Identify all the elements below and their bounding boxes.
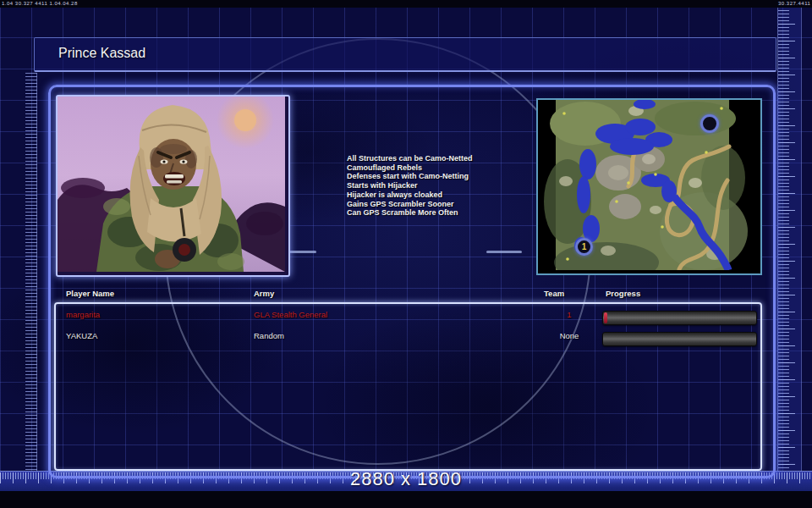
general-portrait-image bbox=[58, 97, 285, 272]
ruler-left bbox=[25, 73, 37, 474]
top-bar: 1.04 30.327 4411 1.04.04.28 30.327.4411 bbox=[0, 0, 812, 8]
minimap-image bbox=[538, 100, 757, 270]
ability-line: Defenses start with Camo-Netting bbox=[347, 172, 541, 181]
player-table-panel bbox=[54, 302, 762, 471]
ruler-right bbox=[777, 7, 802, 491]
start-marker-empty bbox=[700, 114, 719, 133]
general-title: Prince Kassad bbox=[58, 46, 145, 61]
column-header-progress: Progress bbox=[606, 289, 640, 298]
build-info-left: 1.04 30.327 4411 1.04.04.28 bbox=[2, 1, 78, 6]
column-header-player-name: Player Name bbox=[66, 289, 114, 298]
ability-line: Hijacker is always cloaked bbox=[347, 190, 541, 200]
general-portrait-panel bbox=[56, 95, 290, 277]
player-name: margarita bbox=[66, 310, 100, 319]
player-army: Random bbox=[254, 331, 284, 340]
abilities-list: All Structures can be Camo-Netted Camouf… bbox=[347, 154, 541, 218]
progress-fill bbox=[604, 312, 607, 323]
map-resolution-label: 2880 x 1800 bbox=[0, 468, 812, 490]
bottom-bar bbox=[0, 491, 812, 508]
build-info-right: 30.327.4411 bbox=[778, 1, 810, 6]
ability-line: Gains GPS Scrambler Sooner bbox=[347, 200, 541, 209]
progress-bar bbox=[602, 332, 757, 346]
player-team: 1 bbox=[541, 310, 597, 319]
start-marker-1: 1 bbox=[575, 238, 593, 256]
ability-line: Starts with Hijacker bbox=[347, 181, 541, 190]
player-team: None bbox=[541, 331, 597, 340]
column-header-team: Team bbox=[544, 289, 564, 298]
ability-line: Can GPS Scramble More Often bbox=[347, 208, 541, 218]
loading-screen: 1.04 30.327 4411 1.04.04.28 30.327.4411 … bbox=[0, 0, 812, 508]
column-header-army: Army bbox=[254, 289, 274, 298]
player-army: GLA Stealth General bbox=[254, 310, 327, 319]
ability-line: All Structures can be Camo-Netted bbox=[347, 154, 541, 163]
title-bar: Prince Kassad bbox=[34, 37, 776, 72]
player-name: YAKUZA bbox=[66, 331, 97, 340]
minimap-panel: 1 bbox=[536, 98, 762, 275]
progress-bar bbox=[602, 311, 757, 325]
ability-line: Camouflaged Rebels bbox=[347, 163, 541, 173]
